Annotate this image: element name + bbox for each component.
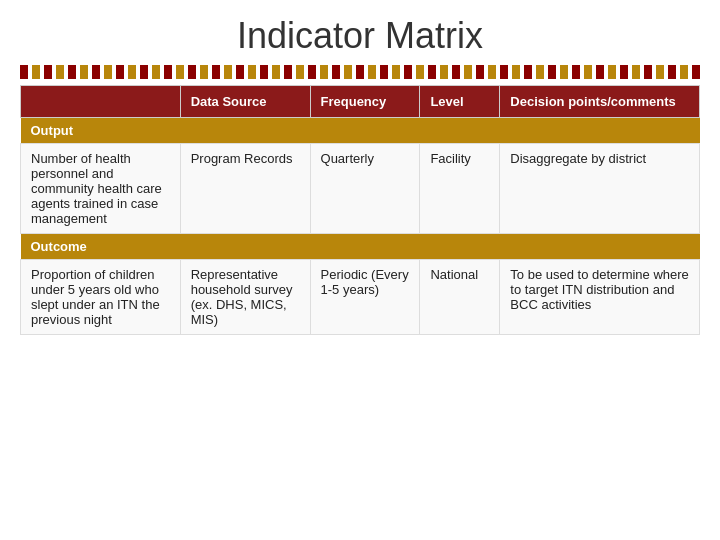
cell-frequency: Periodic (Every 1-5 years) xyxy=(310,260,420,335)
cell-frequency: Quarterly xyxy=(310,144,420,234)
table-header-row: Data Source Frequency Level Decision poi… xyxy=(21,86,700,118)
table-row: Number of health personnel and community… xyxy=(21,144,700,234)
page-title: Indicator Matrix xyxy=(20,10,700,57)
cell-decision: To be used to determine where to target … xyxy=(500,260,700,335)
section-row-0: Output xyxy=(21,118,700,144)
cell-decision: Disaggregate by district xyxy=(500,144,700,234)
section-label-1: Outcome xyxy=(21,234,700,260)
cell-indicator: Number of health personnel and community… xyxy=(21,144,181,234)
table-row: Proportion of children under 5 years old… xyxy=(21,260,700,335)
table-body: OutputNumber of health personnel and com… xyxy=(21,118,700,335)
header-indicator xyxy=(21,86,181,118)
page-container: Indicator Matrix Data Source Frequency L… xyxy=(0,0,720,540)
cell-datasource: Representative household survey (ex. DHS… xyxy=(180,260,310,335)
section-row-1: Outcome xyxy=(21,234,700,260)
header-frequency: Frequency xyxy=(310,86,420,118)
cell-indicator: Proportion of children under 5 years old… xyxy=(21,260,181,335)
section-label-0: Output xyxy=(21,118,700,144)
stripe-bar xyxy=(20,65,700,79)
header-decision: Decision points/comments xyxy=(500,86,700,118)
indicator-matrix-table: Data Source Frequency Level Decision poi… xyxy=(20,85,700,335)
header-level: Level xyxy=(420,86,500,118)
cell-level: National xyxy=(420,260,500,335)
cell-datasource: Program Records xyxy=(180,144,310,234)
header-datasource: Data Source xyxy=(180,86,310,118)
cell-level: Facility xyxy=(420,144,500,234)
